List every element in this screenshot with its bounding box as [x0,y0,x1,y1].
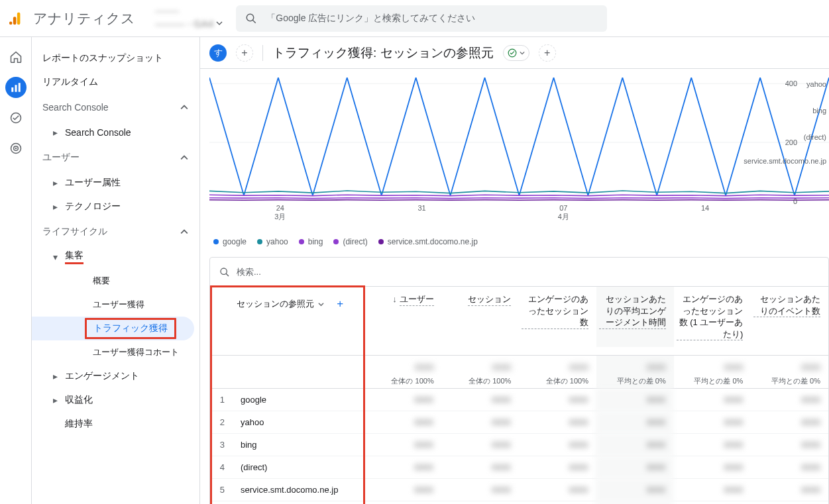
metric-cell: 0000 [751,388,828,411]
svg-rect-0 [17,12,21,24]
analytics-logo-icon [5,8,27,29]
line-chart: 243月31074月14 0200400 yahoobing(direct)se… [209,69,829,234]
top-app-bar: アナリティクス ——— ——— - GA4 「Google 広告にリンク」と検索… [0,0,829,37]
table-row[interactable]: 1google000000000000000000000000 [210,389,828,411]
legend-item[interactable]: bing [299,237,323,246]
add-dimension-button[interactable]: + [337,297,343,311]
metric-cell: 0000 [596,411,673,434]
metric-cell: 0000 [751,411,828,434]
search-box[interactable]: 「Google 広告にリンク」と検索してみてください [236,5,607,32]
nav-engagement[interactable]: ▸エンゲージメント [32,364,199,388]
nav-search-console[interactable]: ▸Search Console [32,121,199,144]
metric-header[interactable]: セッション [442,287,520,347]
metric-cell: 0000 [751,433,828,456]
table-header-row: セッションの参照元 + ↓ユーザーセッションエンゲージのあったセッション数セッシ… [210,287,828,356]
chevron-up-icon [178,228,190,236]
metric-cell: 0000 [596,388,673,411]
metric-summary-cell: 0000平均との差 0% [751,356,828,388]
report-title: トラフィック獲得: セッションの参照元 [272,44,494,62]
nav-monetization[interactable]: ▸収益化 [32,388,199,412]
table-row[interactable]: 6(not set)000000000000000000000000 [210,501,828,504]
app-brand: アナリティクス [33,9,135,28]
nav-technology[interactable]: ▸テクノロジー [32,195,199,219]
metric-cell: 0000 [673,433,751,456]
metric-summary-cell: 0000平均との差 0% [674,356,751,388]
rail-home-icon[interactable] [5,46,27,68]
metric-cell: 0000 [364,388,441,411]
chevron-down-icon [318,301,324,307]
nav-section-user[interactable]: ユーザー [32,144,199,171]
metric-header[interactable]: エンゲージのあったセッション数 [519,287,596,347]
metric-summary-cell: 0000全体の 100% [442,356,520,388]
metric-cell: 0000 [364,411,441,434]
metric-cell: 0000 [596,501,673,505]
metric-cell: 0000 [441,433,519,456]
svg-point-2 [9,21,13,25]
svg-point-11 [15,148,17,150]
rail-explore-icon[interactable] [5,107,27,128]
metric-cell: 0000 [596,433,673,456]
legend-item[interactable]: service.smt.docomo.ne.jp [378,237,478,246]
rail-advertising-icon[interactable] [5,138,27,159]
dimension-column-header[interactable]: セッションの参照元 + [210,287,364,317]
property-selector[interactable]: ——— ——— - GA4 [155,7,223,30]
metric-cell: 0000 [673,411,751,434]
svg-point-16 [221,268,227,274]
legend-item[interactable]: yahoo [257,237,288,246]
legend-item[interactable]: (direct) [333,237,367,246]
nav-snapshot[interactable]: レポートのスナップショット [32,46,199,70]
nav-retention[interactable]: 維持率 [32,412,199,436]
dimension-value: (direct) [229,462,364,472]
table-row[interactable]: 3bing000000000000000000000000 [210,434,828,456]
metric-cell: 0000 [751,478,828,501]
metric-cell: 0000 [673,456,751,479]
legend-item[interactable]: google [213,237,247,246]
metric-cell: 0000 [751,456,828,479]
table-row[interactable]: 2yahoo000000000000000000000000 [210,411,828,434]
status-pill[interactable] [503,45,529,61]
nav-realtime[interactable]: リアルタイム [32,70,199,94]
chevron-down-icon [216,20,223,26]
table-row[interactable]: 4(direct)000000000000000000000000 [210,456,828,479]
metric-header[interactable]: ↓ユーザー [364,287,442,347]
metric-cell: 0000 [441,456,519,479]
metric-cell: 0000 [596,456,673,479]
metric-cell: 0000 [519,478,596,501]
svg-rect-1 [13,17,17,25]
dimension-value: service.smt.docomo.ne.jp [229,485,364,495]
nav-acq-user[interactable]: ユーザー獲得 [32,293,199,317]
metric-cell: 0000 [751,501,828,505]
metric-cell: 0000 [519,411,596,434]
chevron-up-icon [178,154,190,162]
metric-header[interactable]: エンゲージのあったセッション数 (1 ユーザーあたり) [674,287,751,347]
chart-canvas [209,69,829,201]
metric-summary-cell: 0000全体の 100% [364,356,442,388]
report-titlebar: す + トラフィック獲得: セッションの参照元 + [200,37,829,69]
add-comparison-button[interactable]: + [539,44,556,62]
main-content: す + トラフィック獲得: セッションの参照元 + 243月31074月14 0… [200,37,829,504]
metric-cell: 0000 [441,388,519,411]
nav-user-attr[interactable]: ▸ユーザー属性 [32,171,199,195]
metric-cell: 0000 [364,478,441,501]
table-summary-row: 0000全体の 100%0000全体の 100%0000全体の 100%0000… [210,356,828,389]
metric-header[interactable]: セッションあたりの平均エンゲージメント時間 [596,287,674,347]
table-search-placeholder: 検索... [237,266,261,278]
nav-acquisition[interactable]: ▾集客 [32,245,199,269]
search-icon [245,13,257,25]
nav-acq-traffic[interactable]: トラフィック獲得 [32,317,194,340]
metric-summary-cell: 0000平均との差 0% [596,356,674,388]
metric-cell: 0000 [441,478,519,501]
metric-summary-cell: 0000全体の 100% [519,356,596,388]
metric-cell: 0000 [519,388,596,411]
table-search[interactable]: 検索... [210,258,828,287]
check-circle-icon [508,48,517,58]
segment-chip[interactable]: す [209,44,227,62]
nav-acq-cohort[interactable]: ユーザー獲得コホート [32,340,199,364]
nav-acq-overview[interactable]: 概要 [32,269,199,293]
nav-section-search-console[interactable]: Search Console [32,94,199,121]
nav-section-lifecycle[interactable]: ライフサイクル [32,219,199,245]
add-segment-button[interactable]: + [236,44,253,62]
rail-reports-icon[interactable] [5,77,27,98]
metric-header[interactable]: セッションあたりのイベント数 [751,287,828,347]
table-row[interactable]: 5service.smt.docomo.ne.jp000000000000000… [210,479,828,501]
